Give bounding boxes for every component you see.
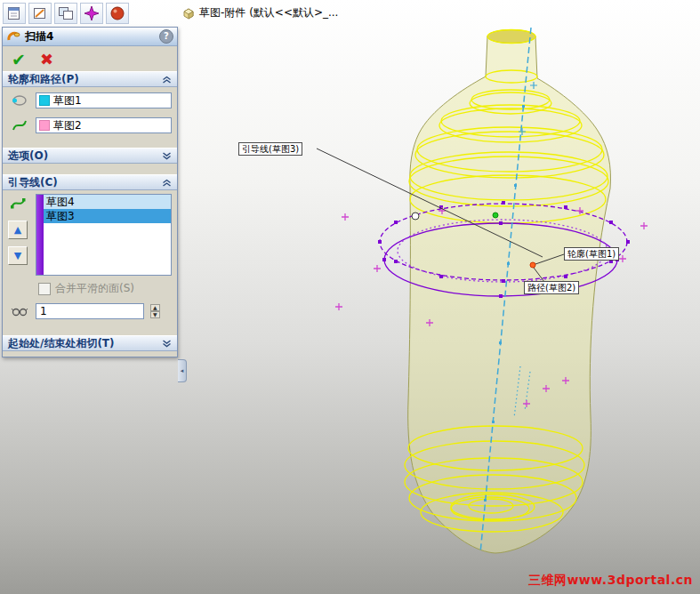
section-header-tangency[interactable]: 起始处/结束处相切(T) (3, 335, 177, 351)
panel-title: 扫描4 (25, 29, 53, 44)
profile-input[interactable]: 草图1 (36, 92, 172, 108)
profile-color-swatch (39, 95, 50, 106)
part-icon (182, 7, 195, 20)
panel-header: 扫描4 ? (3, 28, 177, 46)
callout-profile[interactable]: 轮廓(草图1) (564, 247, 619, 261)
guide-left-column: ▲ ▼ (4, 194, 31, 276)
chevron-up-icon (162, 179, 172, 187)
chevron-down-icon (162, 152, 172, 160)
section-header-guide-curves[interactable]: 引导线(C) (3, 174, 177, 190)
confirm-row: ✔ ✖ (3, 46, 177, 71)
callout-path[interactable]: 路径(草图2) (524, 281, 579, 294)
document-icon[interactable] (3, 3, 26, 24)
path-input[interactable]: 草图2 (36, 117, 172, 133)
profile-sketch-icon (8, 91, 31, 110)
cancel-button[interactable]: ✖ (40, 51, 53, 68)
section-label: 轮廓和路径(P) (8, 72, 79, 87)
section-count-row: 1 ▲ ▼ (3, 298, 177, 325)
merge-smooth-faces-row: 合并平滑的面(S) (3, 277, 177, 298)
profile-field-row: 草图1 (3, 87, 177, 112)
path-selection-point (493, 213, 498, 218)
merge-smooth-faces-label: 合并平滑的面(S) (55, 281, 134, 296)
guide-point-marker (412, 213, 419, 220)
spinner-stepper[interactable]: ▲ ▼ (150, 304, 160, 318)
panel-collapse-handle[interactable]: ◂ (178, 359, 187, 382)
path-color-swatch (39, 120, 50, 131)
move-down-button[interactable]: ▼ (8, 246, 28, 265)
glasses-icon (8, 301, 31, 321)
section-count-value: 1 (40, 305, 47, 317)
move-up-button[interactable]: ▲ (8, 221, 28, 239)
chevron-down-icon (162, 340, 172, 348)
ok-button[interactable]: ✔ (12, 51, 26, 68)
sketch-icon[interactable] (28, 3, 52, 24)
watermark-text: 三维网www.3dportal.cn (528, 573, 693, 589)
merge-smooth-faces-checkbox[interactable] (38, 283, 51, 295)
section-header-profile-path[interactable]: 轮廓和路径(P) (3, 71, 177, 87)
guide-curves-body: ▲ ▼ 草图4 草图3 (3, 190, 177, 277)
chevron-up-icon (162, 76, 172, 84)
section-label: 选项(O) (8, 148, 48, 164)
render-sphere-icon[interactable] (106, 3, 129, 24)
section-label: 引导线(C) (8, 175, 58, 190)
list-item[interactable]: 草图4 (44, 195, 171, 209)
section-count-input[interactable]: 1 (36, 303, 144, 319)
guide-list-items: 草图4 草图3 (44, 195, 171, 275)
path-sketch-icon (8, 116, 31, 135)
spinner-down-icon[interactable]: ▼ (150, 311, 160, 318)
document-title-text: 草图-附件 (默认<<默认>_... (199, 5, 338, 20)
sweep-feature-icon (6, 30, 20, 43)
section-header-options[interactable]: 选项(O) (3, 148, 177, 164)
section-label: 起始处/结束处相切(T) (8, 336, 115, 351)
list-item[interactable]: 草图3 (44, 209, 171, 223)
axis-star-icon[interactable] (80, 3, 103, 24)
callout-guide-curve[interactable]: 引导线(草图3) (238, 142, 302, 156)
top-toolbar (3, 3, 129, 24)
property-manager-panel: 扫描4 ? ✔ ✖ 轮廓和路径(P) 草图1 草图2 选项(O) (2, 27, 178, 357)
spinner-up-icon[interactable]: ▲ (150, 304, 160, 311)
profile-anchor-point (530, 262, 535, 268)
path-field-row: 草图2 (3, 112, 177, 137)
drawing-grid-icon[interactable] (54, 3, 77, 24)
document-title[interactable]: 草图-附件 (默认<<默认>_... (182, 5, 338, 20)
guide-curve-icon (6, 194, 29, 213)
guide-color-strip (36, 195, 44, 275)
profile-value: 草图1 (53, 93, 82, 108)
guide-curves-listbox[interactable]: 草图4 草图3 (36, 194, 172, 276)
path-value: 草图2 (53, 118, 82, 133)
help-button[interactable]: ? (159, 29, 173, 44)
